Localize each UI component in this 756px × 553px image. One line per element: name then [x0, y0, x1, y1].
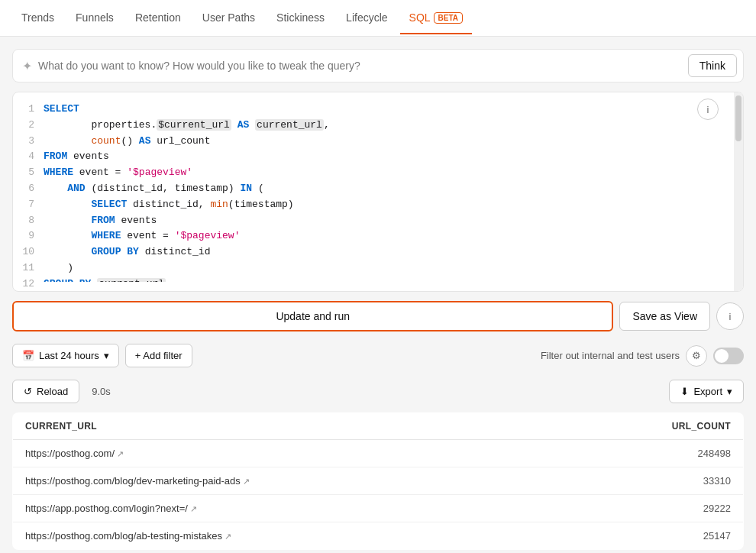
nav-item-retention[interactable]: Retention [126, 2, 190, 34]
chevron-down-icon: ▾ [104, 350, 109, 361]
reload-label: Reload [37, 386, 68, 397]
query-input[interactable] [38, 60, 682, 72]
table-cell-url: https://posthog.com/blog/dev-marketing-p… [13, 467, 560, 495]
filter-row: 📅 Last 24 hours ▾ + Add filter Filter ou… [12, 344, 744, 367]
action-row: Update and run Save as View i [12, 301, 744, 331]
table-cell-count: 33310 [560, 467, 744, 495]
info-icon: i [707, 104, 709, 115]
filter-internal-label: Filter out internal and test users [541, 350, 680, 361]
table-cell-url: https://posthog.com/↗ [13, 440, 560, 467]
code-line-5: WHERE event = '$pageview' [44, 165, 712, 181]
external-link-icon: ↗ [243, 477, 250, 486]
elapsed-time: 9.0s [92, 386, 111, 397]
nav-item-stickiness[interactable]: Stickiness [267, 2, 334, 34]
export-chevron-icon: ▾ [727, 386, 732, 397]
update-run-button[interactable]: Update and run [12, 301, 613, 331]
results-bar: ↺ Reload 9.0s ⬇ Export ▾ [12, 380, 744, 403]
time-range-label: Last 24 hours [39, 350, 99, 361]
code-line-1: SELECT [44, 102, 712, 118]
sparkle-icon: ✦ [22, 59, 32, 73]
think-button[interactable]: Think [688, 54, 737, 77]
export-button[interactable]: ⬇ Export ▾ [669, 380, 744, 403]
col-header-current-url: CURRENT_URL [13, 413, 560, 440]
code-line-8: FROM events [44, 213, 712, 229]
export-label: Export [693, 386, 722, 397]
reload-icon: ↺ [24, 386, 32, 397]
external-link-icon: ↗ [225, 532, 231, 541]
save-view-button[interactable]: Save as View [619, 302, 710, 331]
table-row: https://posthog.com/blog/dev-marketing-p… [13, 467, 744, 495]
nav-bar: Trends Funnels Retention User Paths Stic… [0, 0, 756, 37]
nav-item-lifecycle[interactable]: Lifecycle [337, 2, 396, 34]
code-line-11: ) [44, 260, 712, 276]
code-line-6: AND (distinct_id, timestamp) IN ( [44, 181, 712, 197]
external-link-icon: ↗ [117, 449, 124, 458]
code-area[interactable]: 12345 678910 111213 SELECT properties.$c… [13, 92, 743, 291]
code-line-3: count() AS url_count [44, 134, 712, 150]
nav-item-funnels[interactable]: Funnels [66, 2, 123, 34]
nav-item-trends[interactable]: Trends [12, 2, 63, 34]
code-line-4: FROM events [44, 149, 712, 165]
table-row: https://app.posthog.com/login?next=/↗ 29… [13, 495, 744, 522]
action-info-icon: i [729, 311, 732, 322]
calendar-icon: 📅 [22, 350, 34, 361]
time-range-button[interactable]: 📅 Last 24 hours ▾ [12, 344, 119, 367]
add-filter-label: + Add filter [135, 350, 183, 361]
table-header-row: CURRENT_URL URL_COUNT [13, 413, 744, 440]
filter-right: Filter out internal and test users ⚙ [541, 345, 744, 367]
col-header-url-count: URL_COUNT [560, 413, 744, 440]
table-row: https://posthog.com/blog/ab-testing-mist… [13, 522, 744, 550]
beta-badge: BETA [434, 12, 463, 24]
scrollbar-track[interactable] [734, 92, 743, 291]
nav-item-user-paths[interactable]: User Paths [193, 2, 264, 34]
code-lines[interactable]: SELECT properties.$current_url AS curren… [44, 102, 743, 282]
code-line-2: properties.$current_url AS current_url, [44, 118, 712, 134]
table-row: https://posthog.com/↗ 248498 [13, 440, 744, 467]
table-cell-url: https://posthog.com/blog/ab-testing-mist… [13, 522, 560, 550]
action-info-button[interactable]: i [716, 302, 744, 330]
results-table: CURRENT_URL URL_COUNT https://posthog.co… [12, 412, 744, 550]
toggle-thumb [715, 349, 729, 363]
reload-button[interactable]: ↺ Reload [12, 380, 79, 403]
table-cell-url: https://app.posthog.com/login?next=/↗ [13, 495, 560, 522]
code-editor: 12345 678910 111213 SELECT properties.$c… [12, 92, 744, 292]
table-cell-count: 29222 [560, 495, 744, 522]
scrollbar-thumb[interactable] [735, 95, 741, 141]
editor-info-button[interactable]: i [697, 99, 719, 120]
nav-item-sql[interactable]: SQLBETA [400, 2, 473, 34]
code-line-9: WHERE event = '$pageview' [44, 228, 712, 244]
query-input-row: ✦ Think [12, 49, 744, 82]
add-filter-button[interactable]: + Add filter [125, 344, 192, 367]
filter-toggle[interactable] [713, 348, 744, 364]
external-link-icon: ↗ [190, 504, 197, 513]
filter-left: 📅 Last 24 hours ▾ + Add filter [12, 344, 192, 367]
line-numbers: 12345 678910 111213 [13, 102, 44, 282]
table-cell-count: 248498 [560, 440, 744, 467]
code-line-10: GROUP BY distinct_id [44, 244, 712, 260]
code-line-12: GROUP BY current_url [44, 276, 712, 282]
gear-icon: ⚙ [692, 350, 701, 361]
table-cell-count: 25147 [560, 522, 744, 550]
main-content: ✦ Think 12345 678910 111213 SELECT prope… [0, 37, 756, 553]
code-line-7: SELECT distinct_id, min(timestamp) [44, 197, 712, 213]
export-icon: ⬇ [680, 386, 689, 397]
filter-gear-button[interactable]: ⚙ [686, 345, 707, 367]
